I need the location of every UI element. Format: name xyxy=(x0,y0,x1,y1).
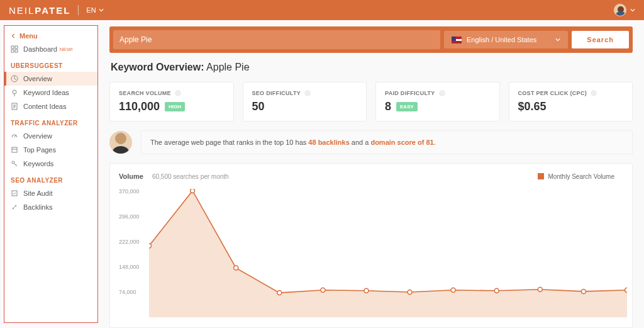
avatar xyxy=(614,4,626,16)
chart-area xyxy=(149,191,627,317)
sidebar: Menu Dashboard NEW! UBERSUGGEST Overview… xyxy=(4,25,98,323)
chevron-left-icon xyxy=(11,33,16,38)
data-point[interactable] xyxy=(538,287,542,291)
lightbulb-icon xyxy=(11,89,18,96)
card-search-volume: SEARCH VOLUME 110,000 HIGH xyxy=(109,82,234,122)
svg-rect-0 xyxy=(11,46,14,48)
y-tick-label: 296,000 xyxy=(119,213,140,220)
svg-rect-9 xyxy=(12,191,17,196)
brand-thin: NEIL xyxy=(9,5,35,16)
svg-point-5 xyxy=(13,90,16,94)
avatar xyxy=(109,131,132,154)
data-point[interactable] xyxy=(191,189,195,193)
card-seo-difficulty: SEO DIFFICULTY 50 xyxy=(243,82,367,122)
chevron-down-icon xyxy=(555,37,560,42)
data-point[interactable] xyxy=(149,244,152,248)
info-icon[interactable] xyxy=(304,90,311,96)
data-point[interactable] xyxy=(321,288,325,292)
sidebar-item-content-ideas[interactable]: Content Ideas xyxy=(4,99,97,113)
sidebar-item-overview[interactable]: Overview xyxy=(4,72,97,86)
y-tick-label: 74,000 xyxy=(119,289,136,295)
info-icon[interactable] xyxy=(439,90,445,96)
sidebar-item-keyword-ideas[interactable]: Keyword Ideas xyxy=(4,86,97,99)
y-tick-label: 370,000 xyxy=(119,188,140,195)
data-point[interactable] xyxy=(451,288,455,292)
svg-point-8 xyxy=(12,161,14,164)
language-selector[interactable]: EN xyxy=(86,6,103,14)
gauge-icon xyxy=(11,132,18,140)
language-label: EN xyxy=(86,6,96,14)
sidebar-item-traffic-overview[interactable]: Overview xyxy=(4,129,97,143)
brand-bold: PATEL xyxy=(35,5,70,16)
svg-rect-3 xyxy=(15,50,18,52)
insight-banner: The average web page that ranks in the t… xyxy=(109,130,633,154)
link-icon xyxy=(11,203,18,211)
flag-icon xyxy=(452,37,462,43)
separator xyxy=(78,5,79,15)
pages-icon xyxy=(11,146,18,154)
new-badge: NEW! xyxy=(60,47,73,52)
sidebar-item-top-pages[interactable]: Top Pages xyxy=(4,143,97,157)
sidebar-item-keywords[interactable]: Keywords xyxy=(4,157,97,171)
locale-label: English / United States xyxy=(467,36,536,43)
svg-rect-7 xyxy=(12,147,17,152)
audit-icon xyxy=(11,189,18,197)
data-point[interactable] xyxy=(277,291,282,295)
info-icon[interactable] xyxy=(591,90,597,96)
sidebar-item-backlinks[interactable]: Backlinks xyxy=(4,200,97,214)
menu-back[interactable]: Menu xyxy=(4,30,97,42)
sidebar-item-site-audit[interactable]: Site Audit xyxy=(4,186,97,200)
data-point[interactable] xyxy=(494,288,499,293)
section-traffic: TRAFFIC ANALYZER xyxy=(4,113,97,129)
card-cpc: COST PER CLICK (CPC) $0.65 xyxy=(509,82,633,122)
search-bar: English / United States Search xyxy=(109,26,633,53)
info-icon[interactable] xyxy=(175,90,181,96)
volume-chart-card: Volume 60,500 searches per month Monthly… xyxy=(109,163,633,328)
key-icon xyxy=(11,160,18,167)
data-point[interactable] xyxy=(234,266,238,270)
insight-text: The average web page that ranks in the t… xyxy=(141,130,633,154)
overview-icon xyxy=(11,75,18,82)
pill-high: HIGH xyxy=(165,102,185,111)
chart-body: 74,000148,000222,000296,000370,000 xyxy=(119,189,614,327)
data-point[interactable] xyxy=(581,289,586,293)
data-point[interactable] xyxy=(408,290,412,295)
legend-swatch xyxy=(538,173,544,179)
topbar: NEILPATEL EN xyxy=(0,0,644,20)
card-paid-difficulty: PAID DIFFICULTY 8 EASY xyxy=(375,82,500,122)
page-title: Keyword Overview: Apple Pie xyxy=(111,62,631,73)
brand-logo[interactable]: NEILPATEL xyxy=(9,5,70,16)
chevron-down-icon xyxy=(99,8,104,13)
metric-cards: SEARCH VOLUME 110,000 HIGH SEO DIFFICULT… xyxy=(109,82,633,122)
y-tick-label: 148,000 xyxy=(119,264,140,270)
svg-rect-1 xyxy=(15,46,18,48)
chart-subtitle: 60,500 searches per month xyxy=(152,173,229,180)
document-icon xyxy=(11,103,18,110)
dashboard-icon xyxy=(11,45,18,53)
sidebar-item-dashboard[interactable]: Dashboard NEW! xyxy=(4,42,97,56)
user-menu[interactable] xyxy=(614,4,635,16)
svg-rect-2 xyxy=(11,50,14,52)
section-ubersuggest: UBERSUGGEST xyxy=(4,56,97,72)
locale-selector[interactable]: English / United States xyxy=(444,31,568,48)
volume-chart xyxy=(149,189,627,321)
pill-easy: EASY xyxy=(396,102,418,111)
search-button[interactable]: Search xyxy=(572,31,629,48)
menu-label: Menu xyxy=(19,32,38,40)
chart-title: Volume xyxy=(119,172,143,180)
chevron-down-icon xyxy=(630,8,635,13)
data-point[interactable] xyxy=(364,288,369,293)
chart-legend: Monthly Search Volume xyxy=(538,173,614,180)
section-seo: SEO ANALYZER xyxy=(4,171,97,186)
main: English / United States Search Keyword O… xyxy=(98,20,644,328)
keyword-input[interactable] xyxy=(113,30,440,49)
y-tick-label: 222,000 xyxy=(119,239,140,245)
data-point[interactable] xyxy=(625,288,628,292)
